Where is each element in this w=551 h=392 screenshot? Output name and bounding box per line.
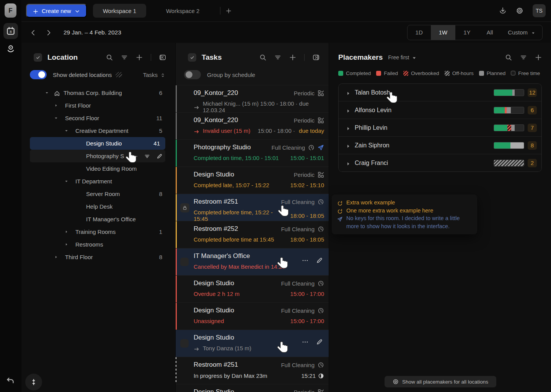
chevron-right-icon[interactable] xyxy=(346,143,351,148)
tab-workspace-1[interactable]: Workspace 1 xyxy=(93,4,146,18)
show-deleted-toggle[interactable] xyxy=(30,70,47,79)
more-options-button[interactable] xyxy=(302,257,308,264)
tasks-panel: Tasks Group by schedule 09_Kontor_220Per… xyxy=(175,43,329,392)
task-location-name: 09_Kontor_220 xyxy=(194,116,238,124)
lock-icon xyxy=(180,203,189,212)
tab-workspace-2[interactable]: Workspace 2 xyxy=(156,4,209,18)
range-option-1d[interactable]: 1D xyxy=(408,25,431,40)
location-tree-item[interactable]: Training Rooms1 xyxy=(21,225,175,238)
location-tree-item[interactable]: Video Editing Room xyxy=(21,162,175,175)
task-row[interactable]: Design StudioPeriodic xyxy=(176,384,329,392)
chevron-right-icon[interactable] xyxy=(63,229,69,235)
location-tree-item[interactable]: Restrooms xyxy=(21,238,175,251)
chevron-right-icon[interactable] xyxy=(53,254,59,260)
chevron-right-icon[interactable] xyxy=(346,108,351,113)
placemaker-row[interactable]: Talan Botosh12 xyxy=(339,84,541,101)
task-row[interactable]: Restroom #251Full CleaningCompleted befo… xyxy=(176,194,329,221)
legend-swatch xyxy=(338,71,343,76)
location-tree-item[interactable]: Help Desk xyxy=(21,200,175,213)
edit-button[interactable] xyxy=(156,153,162,160)
location-tree-item[interactable]: Creative Department5 xyxy=(21,124,175,137)
chevron-down-icon[interactable] xyxy=(53,115,59,121)
placemaker-row[interactable]: Alfonso Levin6 xyxy=(339,101,541,119)
range-option-all[interactable]: All xyxy=(479,25,501,40)
add-task-button[interactable] xyxy=(289,54,296,61)
download-button[interactable] xyxy=(499,7,507,15)
filter-icon[interactable] xyxy=(520,54,527,61)
avatar[interactable]: TS xyxy=(533,4,546,17)
location-tree-item[interactable]: IT Manager's Office xyxy=(21,213,175,225)
filter-icon[interactable] xyxy=(274,54,281,61)
settings-gear-button[interactable] xyxy=(516,7,523,15)
chevron-right-icon[interactable] xyxy=(346,90,351,95)
location-task-count: 8 xyxy=(159,254,175,260)
task-checkbox[interactable] xyxy=(180,339,189,348)
undo-button[interactable] xyxy=(6,376,15,385)
collapse-panel-icon[interactable] xyxy=(159,54,166,61)
location-tree-item[interactable]: Third Floor8 xyxy=(21,251,175,263)
location-label: Design Studio xyxy=(86,140,122,147)
rail-calendar-button[interactable]: 8 xyxy=(3,23,18,39)
task-row[interactable]: 09_Kontor_220PeriodicInvalid user (15 m)… xyxy=(176,113,329,140)
placemaker-row[interactable]: Phillip Levin7 xyxy=(339,119,541,136)
expand-panel-icon[interactable] xyxy=(313,54,320,61)
location-sort-control[interactable]: Tasks xyxy=(143,72,165,78)
more-options-button[interactable] xyxy=(302,338,308,345)
task-row[interactable]: Design StudioFull CleaningUnassigned15:0… xyxy=(176,303,329,330)
filter-button[interactable] xyxy=(144,153,150,160)
chevron-right-icon[interactable] xyxy=(346,160,351,166)
chevron-right-icon[interactable] xyxy=(53,103,59,109)
location-tree-item[interactable]: Server Room8 xyxy=(21,188,175,200)
collapse-all-button[interactable] xyxy=(25,374,42,390)
create-new-button[interactable]: Create new xyxy=(26,4,87,18)
task-row[interactable]: IT Manager's OfficeCancelled by Max Bene… xyxy=(176,248,329,276)
location-tree-item[interactable]: Photography S xyxy=(21,150,175,162)
location-tree-item[interactable]: First Floor xyxy=(21,99,175,112)
chevron-down-icon[interactable] xyxy=(63,128,69,134)
task-row[interactable]: Restroom #252Full CleaningCompleted befo… xyxy=(176,221,329,248)
task-checkbox[interactable] xyxy=(180,258,189,266)
range-custom-button[interactable]: Custom xyxy=(501,29,542,36)
pencil-icon xyxy=(316,257,323,264)
task-row[interactable]: Design StudioTony Danza (15 m) xyxy=(176,330,329,357)
add-location-button[interactable] xyxy=(136,54,143,61)
chevron-down-icon[interactable] xyxy=(44,90,50,96)
next-period-button[interactable] xyxy=(46,29,52,36)
placemaker-row[interactable]: Zain Siphron8 xyxy=(339,136,541,154)
task-row[interactable]: Design StudioFull CleaningOverdue 2 h 12… xyxy=(176,276,329,303)
search-icon[interactable] xyxy=(505,54,512,61)
task-status-accent xyxy=(176,167,177,194)
search-icon xyxy=(505,54,512,61)
app-logo[interactable]: F xyxy=(5,3,16,18)
task-row[interactable]: 09_Kontor_220PeriodicMichael Knig... (15… xyxy=(176,85,329,113)
prev-period-button[interactable] xyxy=(30,29,36,36)
chevron-right-icon[interactable] xyxy=(63,242,69,248)
range-option-1w[interactable]: 1W xyxy=(431,25,456,40)
task-row[interactable]: Photography StudioFull CleaningCompleted… xyxy=(176,140,329,167)
edit-button[interactable] xyxy=(316,257,323,264)
location-tree-item[interactable]: Second Floor11 xyxy=(21,112,175,124)
chevron-right-icon[interactable] xyxy=(346,125,351,131)
add-placemaker-button[interactable] xyxy=(535,54,542,61)
group-by-schedule-toggle[interactable] xyxy=(184,70,201,79)
location-tree-item[interactable]: IT Department xyxy=(21,175,175,188)
location-select-all-checkbox[interactable] xyxy=(34,53,42,62)
more-options-button[interactable] xyxy=(132,153,138,160)
chevron-down-icon[interactable] xyxy=(63,178,69,185)
location-tree-item[interactable]: Thomas Corp. Building6 xyxy=(21,87,175,99)
tasks-select-all-checkbox[interactable] xyxy=(188,53,196,62)
show-all-placemakers-button[interactable]: Show all placemakers for all locations xyxy=(385,376,496,387)
task-row[interactable]: Restroom #251Full CleaningIn progress by… xyxy=(176,357,329,384)
location-tree-item[interactable]: Design Studio41 xyxy=(21,137,175,150)
range-option-1y[interactable]: 1Y xyxy=(455,25,478,40)
search-icon[interactable] xyxy=(106,54,113,61)
rail-placemakers-button[interactable] xyxy=(3,41,18,57)
placemakers-sort-dropdown[interactable]: Free first xyxy=(388,54,417,60)
edit-button[interactable] xyxy=(316,338,323,345)
task-row[interactable]: Design StudioPeriodicCompleted late, 15:… xyxy=(176,167,329,194)
task-location-name: Design Studio xyxy=(194,388,234,392)
filter-icon[interactable] xyxy=(121,54,128,61)
search-icon[interactable] xyxy=(259,54,266,61)
placemaker-row[interactable]: Craig Franci2 xyxy=(339,154,541,172)
add-workspace-button[interactable] xyxy=(226,7,231,14)
